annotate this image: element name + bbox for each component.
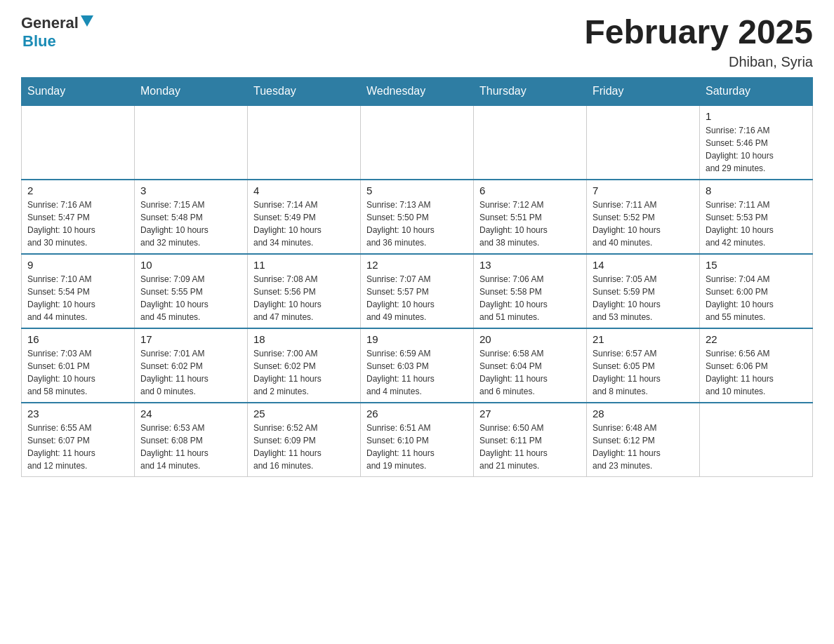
- logo-triangle-icon: [81, 15, 93, 29]
- calendar-cell: 16Sunrise: 7:03 AM Sunset: 6:01 PM Dayli…: [22, 328, 135, 403]
- location-label: Dhiban, Syria: [584, 54, 813, 70]
- calendar-cell: 1Sunrise: 7:16 AM Sunset: 5:46 PM Daylig…: [700, 105, 813, 180]
- calendar-header-row: SundayMondayTuesdayWednesdayThursdayFrid…: [22, 77, 813, 105]
- calendar-week-row: 1Sunrise: 7:16 AM Sunset: 5:46 PM Daylig…: [22, 105, 813, 180]
- calendar-cell: [248, 105, 361, 180]
- calendar-cell: 7Sunrise: 7:11 AM Sunset: 5:52 PM Daylig…: [587, 180, 700, 254]
- day-number: 4: [253, 185, 355, 196]
- day-number: 8: [706, 185, 807, 196]
- calendar-cell: 21Sunrise: 6:57 AM Sunset: 6:05 PM Dayli…: [587, 328, 700, 403]
- calendar-cell: 18Sunrise: 7:00 AM Sunset: 6:02 PM Dayli…: [248, 328, 361, 403]
- calendar-cell: 10Sunrise: 7:09 AM Sunset: 5:55 PM Dayli…: [135, 254, 248, 328]
- day-number: 13: [479, 259, 581, 271]
- calendar-cell: [700, 403, 813, 477]
- calendar-cell: 19Sunrise: 6:59 AM Sunset: 6:03 PM Dayli…: [361, 328, 474, 403]
- day-info: Sunrise: 7:14 AM Sunset: 5:49 PM Dayligh…: [253, 199, 355, 249]
- calendar-cell: 13Sunrise: 7:06 AM Sunset: 5:58 PM Dayli…: [474, 254, 587, 328]
- calendar-cell: 9Sunrise: 7:10 AM Sunset: 5:54 PM Daylig…: [22, 254, 135, 328]
- calendar-cell: 2Sunrise: 7:16 AM Sunset: 5:47 PM Daylig…: [22, 180, 135, 254]
- calendar-cell: 11Sunrise: 7:08 AM Sunset: 5:56 PM Dayli…: [248, 254, 361, 328]
- day-info: Sunrise: 7:08 AM Sunset: 5:56 PM Dayligh…: [253, 273, 355, 323]
- day-info: Sunrise: 7:05 AM Sunset: 5:59 PM Dayligh…: [593, 273, 694, 323]
- logo-general-text: General: [21, 14, 79, 32]
- title-area: February 2025 Dhiban, Syria: [584, 14, 813, 70]
- calendar-cell: 5Sunrise: 7:13 AM Sunset: 5:50 PM Daylig…: [361, 180, 474, 254]
- day-number: 20: [479, 333, 581, 345]
- calendar-table: SundayMondayTuesdayWednesdayThursdayFrid…: [21, 77, 813, 477]
- calendar-cell: 6Sunrise: 7:12 AM Sunset: 5:51 PM Daylig…: [474, 180, 587, 254]
- day-info: Sunrise: 6:51 AM Sunset: 6:10 PM Dayligh…: [366, 422, 468, 472]
- calendar-cell: 4Sunrise: 7:14 AM Sunset: 5:49 PM Daylig…: [248, 180, 361, 254]
- calendar-week-row: 9Sunrise: 7:10 AM Sunset: 5:54 PM Daylig…: [22, 254, 813, 328]
- day-number: 1: [706, 110, 807, 122]
- calendar-cell: 27Sunrise: 6:50 AM Sunset: 6:11 PM Dayli…: [474, 403, 587, 477]
- calendar-cell: 17Sunrise: 7:01 AM Sunset: 6:02 PM Dayli…: [135, 328, 248, 403]
- day-number: 2: [27, 185, 128, 196]
- calendar-cell: 8Sunrise: 7:11 AM Sunset: 5:53 PM Daylig…: [700, 180, 813, 254]
- day-info: Sunrise: 6:56 AM Sunset: 6:06 PM Dayligh…: [706, 347, 807, 398]
- page-header: General Blue February 2025 Dhiban, Syria: [21, 14, 813, 70]
- day-info: Sunrise: 7:12 AM Sunset: 5:51 PM Dayligh…: [479, 199, 581, 249]
- day-number: 26: [366, 408, 468, 420]
- day-number: 15: [706, 259, 807, 271]
- day-number: 9: [27, 259, 128, 271]
- day-info: Sunrise: 7:04 AM Sunset: 6:00 PM Dayligh…: [706, 273, 807, 323]
- weekday-header-sunday: Sunday: [22, 77, 135, 105]
- weekday-header-wednesday: Wednesday: [361, 77, 474, 105]
- day-info: Sunrise: 7:13 AM Sunset: 5:50 PM Dayligh…: [366, 199, 468, 249]
- day-number: 21: [593, 333, 694, 345]
- calendar-cell: 12Sunrise: 7:07 AM Sunset: 5:57 PM Dayli…: [361, 254, 474, 328]
- calendar-cell: 28Sunrise: 6:48 AM Sunset: 6:12 PM Dayli…: [587, 403, 700, 477]
- calendar-cell: 23Sunrise: 6:55 AM Sunset: 6:07 PM Dayli…: [22, 403, 135, 477]
- day-info: Sunrise: 7:09 AM Sunset: 5:55 PM Dayligh…: [140, 273, 241, 323]
- day-info: Sunrise: 6:52 AM Sunset: 6:09 PM Dayligh…: [253, 422, 355, 472]
- calendar-cell: [22, 105, 135, 180]
- calendar-cell: 26Sunrise: 6:51 AM Sunset: 6:10 PM Dayli…: [361, 403, 474, 477]
- day-info: Sunrise: 7:07 AM Sunset: 5:57 PM Dayligh…: [366, 273, 468, 323]
- day-info: Sunrise: 7:01 AM Sunset: 6:02 PM Dayligh…: [140, 347, 241, 398]
- calendar-cell: [361, 105, 474, 180]
- day-number: 6: [479, 185, 581, 196]
- day-number: 28: [593, 408, 694, 420]
- calendar-cell: 15Sunrise: 7:04 AM Sunset: 6:00 PM Dayli…: [700, 254, 813, 328]
- calendar-week-row: 2Sunrise: 7:16 AM Sunset: 5:47 PM Daylig…: [22, 180, 813, 254]
- day-info: Sunrise: 7:11 AM Sunset: 5:52 PM Dayligh…: [593, 199, 694, 249]
- calendar-cell: [474, 105, 587, 180]
- calendar-cell: [587, 105, 700, 180]
- day-info: Sunrise: 6:50 AM Sunset: 6:11 PM Dayligh…: [479, 422, 581, 472]
- day-info: Sunrise: 6:48 AM Sunset: 6:12 PM Dayligh…: [593, 422, 694, 472]
- month-title: February 2025: [584, 14, 813, 51]
- day-info: Sunrise: 6:58 AM Sunset: 6:04 PM Dayligh…: [479, 347, 581, 398]
- day-number: 27: [479, 408, 581, 420]
- svg-marker-0: [81, 15, 93, 27]
- day-number: 3: [140, 185, 241, 196]
- day-info: Sunrise: 7:15 AM Sunset: 5:48 PM Dayligh…: [140, 199, 241, 249]
- calendar-week-row: 23Sunrise: 6:55 AM Sunset: 6:07 PM Dayli…: [22, 403, 813, 477]
- day-info: Sunrise: 7:16 AM Sunset: 5:47 PM Dayligh…: [27, 199, 128, 249]
- day-number: 7: [593, 185, 694, 196]
- day-info: Sunrise: 6:59 AM Sunset: 6:03 PM Dayligh…: [366, 347, 468, 398]
- weekday-header-friday: Friday: [587, 77, 700, 105]
- day-number: 5: [366, 185, 468, 196]
- day-info: Sunrise: 7:06 AM Sunset: 5:58 PM Dayligh…: [479, 273, 581, 323]
- day-number: 17: [140, 333, 241, 345]
- day-info: Sunrise: 6:55 AM Sunset: 6:07 PM Dayligh…: [27, 422, 128, 472]
- day-info: Sunrise: 6:57 AM Sunset: 6:05 PM Dayligh…: [593, 347, 694, 398]
- calendar-cell: 14Sunrise: 7:05 AM Sunset: 5:59 PM Dayli…: [587, 254, 700, 328]
- day-info: Sunrise: 6:53 AM Sunset: 6:08 PM Dayligh…: [140, 422, 241, 472]
- day-number: 10: [140, 259, 241, 271]
- day-info: Sunrise: 7:11 AM Sunset: 5:53 PM Dayligh…: [706, 199, 807, 249]
- calendar-cell: 25Sunrise: 6:52 AM Sunset: 6:09 PM Dayli…: [248, 403, 361, 477]
- day-info: Sunrise: 7:03 AM Sunset: 6:01 PM Dayligh…: [27, 347, 128, 398]
- day-number: 22: [706, 333, 807, 345]
- day-number: 19: [366, 333, 468, 345]
- day-number: 16: [27, 333, 128, 345]
- day-number: 18: [253, 333, 355, 345]
- day-number: 23: [27, 408, 128, 420]
- calendar-cell: [135, 105, 248, 180]
- logo: General Blue: [21, 14, 93, 51]
- calendar-cell: 24Sunrise: 6:53 AM Sunset: 6:08 PM Dayli…: [135, 403, 248, 477]
- day-number: 25: [253, 408, 355, 420]
- weekday-header-thursday: Thursday: [474, 77, 587, 105]
- logo-blue-text: Blue: [22, 32, 56, 50]
